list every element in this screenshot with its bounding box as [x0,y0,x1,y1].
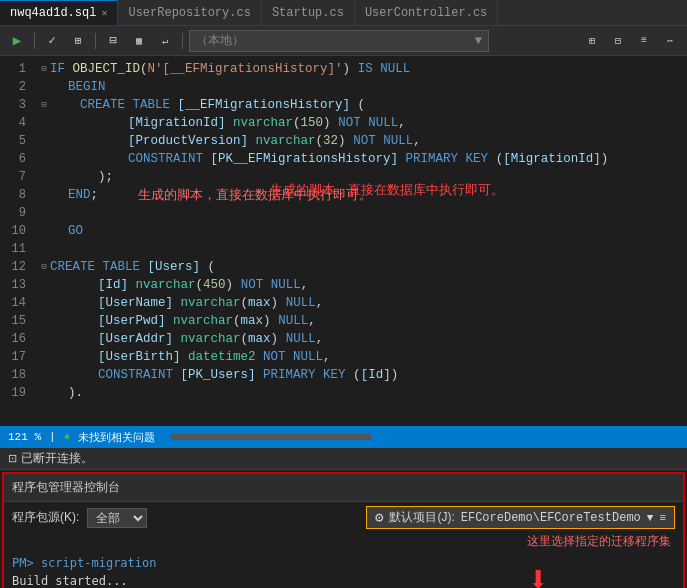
panel-title: 程序包管理器控制台 [12,479,120,496]
connection-dropdown[interactable]: （本地） ▼ [189,30,489,52]
check-button[interactable]: ✓ [41,30,63,52]
code-line-15: [UserPwd] nvarchar(max) NULL, [38,312,681,330]
run-button[interactable]: ▶ [6,30,28,52]
pm-command: PM> script-migration [12,554,393,572]
scrollbar[interactable] [171,434,371,440]
tab-startup[interactable]: Startup.cs [262,0,355,25]
tab-controller-label: UserController.cs [365,6,487,20]
status-text: 未找到相关问题 [78,430,155,445]
code-line-3: ⊟ CREATE TABLE [__EFMigrationsHistory] ( [38,96,681,114]
source-select[interactable]: 全部 [87,508,147,528]
tab-startup-label: Startup.cs [272,6,344,20]
editor-area: 1 2 3 4 5 6 7 8 9 10 11 12 13 14 15 16 1… [0,56,687,426]
default-menu-icon: ≡ [659,512,666,524]
code-line-9 [38,204,681,222]
up-arrow-icon: ⬆ [527,558,549,588]
tab-repo-label: UserRepository.cs [128,6,250,20]
toolbar-split-icon[interactable]: ⊟ [607,30,629,52]
tab-sql-close[interactable]: ✕ [101,7,107,19]
status-sep: | [49,431,56,443]
zoom-level: 121 % [8,431,41,443]
line-numbers: 1 2 3 4 5 6 7 8 9 10 11 12 13 14 15 16 1… [0,56,32,426]
code-line-8: END; 生成的脚本，直接在数据库中执行即可。 [38,186,681,204]
code-line-11 [38,240,681,258]
status-dot: ● [64,431,71,443]
pm-build-started: Build started... [12,572,393,588]
code-line-2: BEGIN [38,78,681,96]
toolbar: ▶ ✓ ⊞ ⊟ ▦ ↵ （本地） ▼ ⊞ ⊟ ≡ ⋯ [0,26,687,56]
grid-button[interactable]: ⊟ [102,30,124,52]
bottom-panel: 程序包管理器控制台 程序包源(K): 全部 ⚙ 默认项目(J): EFCoreD… [2,472,685,588]
connection-status: ⊡ 已断开连接。 [0,448,687,470]
source-label: 程序包源(K): [12,509,79,526]
code-line-18: CONSTRAINT [PK_Users] PRIMARY KEY ([Id]) [38,366,681,384]
status-bar: 121 % | ● 未找到相关问题 [0,426,687,448]
tab-sql[interactable]: nwq4ad1d.sql ✕ [0,0,118,25]
pm-source-row: 程序包源(K): 全部 ⚙ 默认项目(J): EFCoreDemo\EFCore… [4,502,683,533]
code-line-13: [Id] nvarchar(450) NOT NULL, [38,276,681,294]
toolbar-more-icon[interactable]: ⋯ [659,30,681,52]
arrow-annotation: ⬆ 1.执行脚本生成命令，完毕之后就会自动生成脚本本 [401,558,675,588]
default-value: EFCoreDemo\EFCoreTestDemo [461,511,641,525]
pm-output: PM> script-migration Build started... Bu… [12,554,393,588]
default-arrow: ▼ [647,512,654,524]
tab-repo[interactable]: UserRepository.cs [118,0,261,25]
code-line-12: ⊟ CREATE TABLE [Users] ( [38,258,681,276]
code-line-5: [ProductVersion] nvarchar(32) NOT NULL, [38,132,681,150]
tab-bar: nwq4ad1d.sql ✕ UserRepository.cs Startup… [0,0,687,26]
toolbar-settings-icon[interactable]: ≡ [633,30,655,52]
toolbar-sep-1 [34,33,35,49]
default-label: 默认项目(J): [389,509,454,526]
toolbar-sep-3 [182,33,183,49]
code-line-10: GO [38,222,681,240]
cols-button[interactable]: ▦ [128,30,150,52]
default-annotation: 这里选择指定的迁移程序集 [527,534,671,548]
code-line-14: [UserName] nvarchar(max) NULL, [38,294,681,312]
toolbar-sep-2 [95,33,96,49]
toolbar-right: ⊞ ⊟ ≡ ⋯ [581,30,681,52]
connection-dropdown-text: （本地） [196,32,244,49]
code-content[interactable]: ⊟ IF OBJECT_ID(N'[__EFMigrationsHistory]… [32,56,687,426]
connection-icon: ⊡ [8,452,17,465]
default-project-box: ⚙ 默认项目(J): EFCoreDemo\EFCoreTestDemo ▼ ≡ [366,506,675,529]
pm-output-row: PM> script-migration Build started... Bu… [4,552,683,588]
parse-button[interactable]: ⊞ [67,30,89,52]
code-line-17: [UserBirth] datetime2 NOT NULL, [38,348,681,366]
wrap-button[interactable]: ↵ [154,30,176,52]
editor-annotation: 生成的脚本，直接在数据库中执行即可。 [138,186,372,204]
code-line-19: ). [38,384,681,402]
connection-label: 已断开连接。 [21,450,93,467]
toolbar-grid-icon[interactable]: ⊞ [581,30,603,52]
tab-sql-label: nwq4ad1d.sql [10,6,96,20]
code-line-6: CONSTRAINT [PK__EFMigrationsHistory] PRI… [38,150,681,168]
default-annotation-row: 这里选择指定的迁移程序集 [4,533,683,552]
code-line-1: ⊟ IF OBJECT_ID(N'[__EFMigrationsHistory]… [38,60,681,78]
code-line-16: [UserAddr] nvarchar(max) NULL, [38,330,681,348]
panel-header: 程序包管理器控制台 [4,474,683,502]
code-line-7: ); [38,168,681,186]
tab-controller[interactable]: UserController.cs [355,0,498,25]
code-line-4: [MigrationId] nvarchar(150) NOT NULL, [38,114,681,132]
gear-icon: ⚙ [375,509,383,526]
